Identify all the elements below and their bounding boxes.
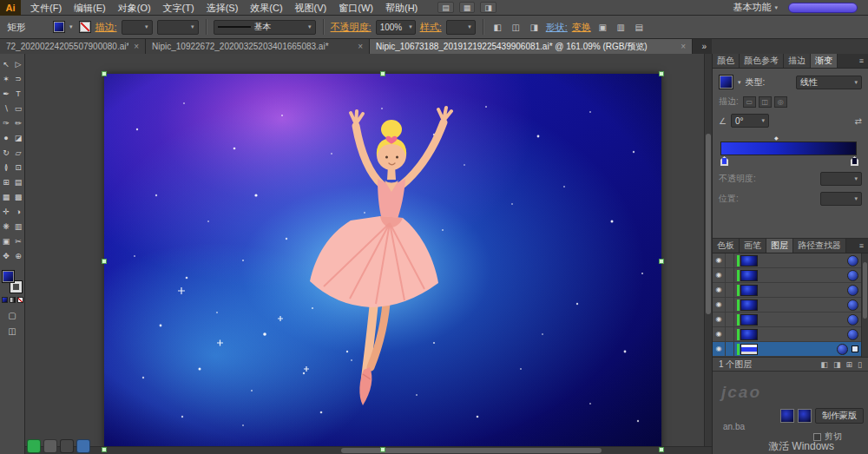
transparency-mask-thumb[interactable] (798, 409, 812, 423)
brush-definition-select[interactable]: 基本 ▾ (214, 20, 316, 35)
make-mask-button[interactable]: 制作蒙版 (815, 408, 864, 424)
selection-handle-s[interactable] (380, 447, 385, 452)
selection-handle-nw[interactable] (102, 71, 107, 76)
fill-proxy[interactable] (2, 270, 15, 283)
layer-target-icon[interactable] (847, 329, 858, 340)
gradient-location-select[interactable]: ▾ (820, 192, 862, 206)
tool-lasso[interactable]: ⊃ (12, 71, 24, 86)
layer-row-6[interactable]: ◉ (713, 327, 868, 342)
gradient-swatch-caret-icon[interactable]: ▾ (738, 79, 741, 86)
menu-item-2[interactable]: 编辑(E) (68, 0, 112, 16)
layer-row-5[interactable]: ◉ (713, 313, 868, 327)
panel-menu-icon[interactable]: ≡ (855, 54, 868, 68)
layers-scrollbar[interactable] (861, 253, 868, 357)
tool-eyedropper[interactable]: ✛ (0, 204, 12, 219)
tool-gradient[interactable]: ▩ (12, 189, 24, 204)
tool-eraser[interactable]: ◪ (12, 130, 24, 145)
layer-target-icon[interactable] (847, 285, 858, 296)
workspace-switcher[interactable]: 基本功能 ▾ (733, 1, 778, 14)
layer-thumbnail[interactable] (740, 344, 758, 355)
document-grid-icon[interactable]: ▦ (459, 2, 476, 13)
new-sublayer[interactable]: ◨ (833, 360, 841, 369)
canvas[interactable] (25, 54, 712, 454)
menu-item-6[interactable]: 效果(C) (244, 0, 288, 16)
selection-handle-e[interactable] (659, 259, 664, 264)
delete-layer[interactable]: ▯ (858, 360, 862, 369)
panel-options-icon[interactable]: ▤ (632, 21, 647, 34)
tool-perspective-grid[interactable]: ▤ (12, 174, 24, 189)
lock-column[interactable] (726, 313, 734, 326)
horizontal-scrollbar[interactable] (25, 446, 712, 454)
tab-overflow-icon[interactable]: » (696, 39, 712, 54)
tab-close-icon[interactable]: × (358, 42, 363, 51)
isolate-selected-icon[interactable]: ▣ (595, 21, 610, 34)
menu-item-5[interactable]: 选择(S) (201, 0, 245, 16)
layer-row-7[interactable]: ◉ (713, 342, 868, 357)
taskbar-app-2[interactable] (43, 439, 57, 453)
layer-thumbnail[interactable] (740, 270, 758, 281)
taskbar-app-input[interactable] (76, 439, 90, 453)
tool-paintbrush[interactable]: ✑ (0, 115, 12, 130)
opacity-link[interactable]: 不透明度: (331, 21, 372, 34)
vertical-scrollbar[interactable] (704, 54, 712, 454)
make-clipping-mask[interactable]: ◧ (820, 360, 828, 369)
tool-rectangle[interactable]: ▭ (12, 101, 24, 115)
taskbar-app-green[interactable] (27, 439, 41, 453)
tool-selection[interactable]: ↖ (0, 56, 12, 71)
artboard[interactable] (104, 74, 661, 450)
tool-shape-builder[interactable]: ⊞ (0, 174, 12, 189)
selection-handle-w[interactable] (102, 259, 107, 264)
lock-column[interactable] (726, 253, 734, 267)
tool-line-segment[interactable]: ∖ (0, 101, 12, 115)
lock-column[interactable] (726, 283, 734, 297)
tab-close-icon[interactable]: × (681, 42, 686, 51)
doc-tab-3[interactable]: Nipic_10673188_20191219225439906081.ai* … (370, 39, 693, 54)
tool-zoom[interactable]: ⊕ (12, 248, 24, 263)
menu-item-1[interactable]: 文件(F) (24, 0, 68, 16)
layer-row-3[interactable]: ◉ (713, 283, 868, 298)
layer-thumbnail[interactable] (740, 255, 758, 266)
stroke-width-select[interactable]: ▾ (122, 20, 153, 35)
menu-item-4[interactable]: 文字(T) (157, 0, 201, 16)
arrange-documents-icon[interactable]: ▤ (437, 2, 454, 13)
vertical-scroll-thumb[interactable] (706, 134, 711, 313)
screen-mode-icon[interactable]: ◨ (480, 2, 496, 13)
tool-free-transform[interactable]: ⊡ (12, 160, 24, 174)
visibility-eye-icon[interactable]: ◉ (713, 313, 726, 326)
shape-link[interactable]: 形状: (546, 21, 568, 34)
tool-slice[interactable]: ✂ (12, 234, 24, 248)
panel1-tab-3[interactable]: 描边 (784, 54, 811, 68)
draw-mode-icon[interactable]: ▢ (8, 311, 16, 320)
tool-rotate[interactable]: ↻ (0, 145, 12, 160)
tool-pen[interactable]: ✒ (0, 86, 12, 101)
variable-width-select[interactable]: ▾ (157, 20, 199, 35)
panel-menu-icon[interactable]: ≡ (855, 239, 868, 253)
tool-type[interactable]: T (12, 86, 24, 101)
menu-item-9[interactable]: 帮助(H) (379, 0, 424, 16)
gradient-button[interactable] (10, 297, 16, 303)
transform-link[interactable]: 变换 (572, 21, 591, 34)
graphic-style-icon[interactable]: ▥ (614, 21, 628, 34)
screen-mode-icon[interactable]: ◫ (8, 326, 16, 336)
gradient-opacity-select[interactable]: ▾ (820, 172, 862, 186)
panel2-tab-1[interactable]: 色板 (713, 239, 740, 253)
layer-thumbnail[interactable] (740, 299, 758, 311)
layer-target-icon[interactable] (847, 270, 858, 281)
gradient-type-select[interactable]: 线性 ▾ (796, 76, 862, 89)
doc-tab-1[interactable]: 72_20200224205507900080.ai*× (0, 39, 146, 54)
lock-column[interactable] (726, 327, 734, 341)
tool-width[interactable]: ≬ (0, 160, 12, 174)
panel1-tab-2[interactable]: 颜色参考 (740, 54, 784, 68)
stroke-link[interactable]: 描边: (95, 21, 117, 34)
style-link[interactable]: 样式: (420, 21, 442, 34)
visibility-eye-icon[interactable]: ◉ (713, 327, 726, 341)
stroke-gradient-within-icon[interactable]: ▭ (743, 96, 756, 108)
layer-row-4[interactable]: ◉ (713, 298, 868, 313)
opacity-select[interactable]: 100% ▾ (376, 20, 416, 35)
gradient-stop-start[interactable] (720, 156, 728, 166)
lock-column[interactable] (726, 298, 734, 312)
menu-item-7[interactable]: 视图(V) (289, 0, 333, 16)
visibility-eye-icon[interactable]: ◉ (713, 342, 726, 356)
new-layer[interactable]: ⊞ (846, 360, 853, 369)
tool-scale[interactable]: ▱ (12, 145, 24, 160)
